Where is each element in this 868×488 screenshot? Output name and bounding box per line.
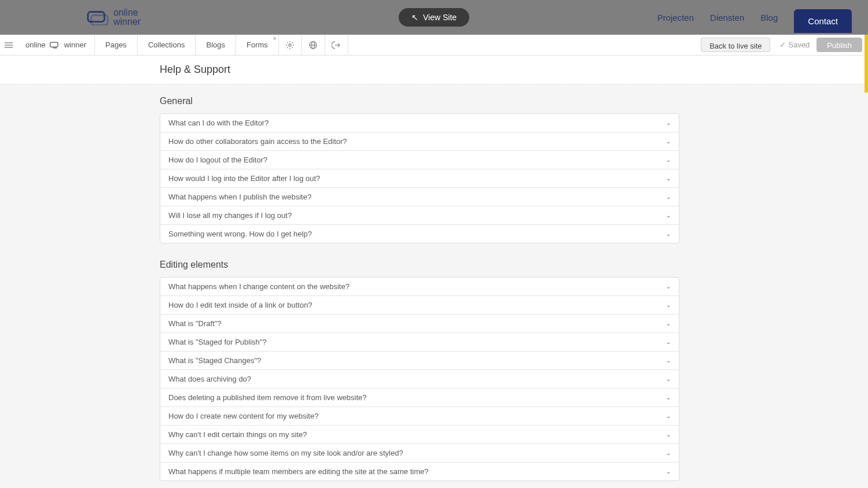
back-to-live-button[interactable]: Back to live site <box>701 38 770 52</box>
chevron-down-icon: ⌄ <box>666 212 671 219</box>
close-icon[interactable]: ✕ <box>273 36 277 42</box>
site-nav: Projecten Diensten Blog Contact <box>657 9 852 26</box>
faq-item[interactable]: What is "Draft"?⌄ <box>160 315 679 333</box>
faq-item[interactable]: How do I create new content for my websi… <box>160 407 679 426</box>
check-icon: ✓ <box>779 40 786 49</box>
chevron-down-icon: ⌄ <box>666 302 671 308</box>
view-site-button[interactable]: ↖ View Site <box>399 8 469 27</box>
faq-question: What happens when I change content on th… <box>168 282 350 291</box>
chevron-down-icon: ⌄ <box>666 468 671 475</box>
faq-item[interactable]: Something went wrong. How do I get help?… <box>160 225 679 243</box>
brand-label-1: online <box>25 40 46 49</box>
faq-question: What is "Staged for Publish"? <box>168 338 267 346</box>
faq-item[interactable]: What happens if multiple team members ar… <box>160 463 679 480</box>
cursor-icon: ↖ <box>411 13 418 22</box>
brand-mini-icon <box>49 41 61 49</box>
faq-item[interactable]: Will I lose all my changes if I log out?… <box>160 206 679 225</box>
faq-question: How would I log into the Editor after I … <box>168 174 320 183</box>
faq-item[interactable]: Why can't I edit certain things on my si… <box>160 426 679 444</box>
faq-question: Will I lose all my changes if I log out? <box>168 211 292 220</box>
faq-question: What happens if multiple team members ar… <box>168 467 428 476</box>
scrollbar-indicator[interactable] <box>865 35 868 93</box>
svg-rect-0 <box>88 12 105 22</box>
faq-question: Why can't I edit certain things on my si… <box>168 430 307 439</box>
logo-text-1: online <box>113 8 141 17</box>
tab-forms[interactable]: Forms ✕ <box>236 35 279 55</box>
svg-point-7 <box>289 44 291 46</box>
chevron-down-icon: ⌄ <box>666 320 671 327</box>
faq-question: Does deleting a published item remove it… <box>168 393 367 402</box>
section-editing-elements: Editing elements What happens when I cha… <box>160 260 679 481</box>
section-title: General <box>160 96 679 106</box>
underlying-site-header: online winner ↖ View Site Projecten Dien… <box>0 0 868 35</box>
faq-item[interactable]: What is "Staged Changes"?⌄ <box>160 352 679 370</box>
faq-question: What is "Staged Changes"? <box>168 356 261 365</box>
chevron-down-icon: ⌄ <box>666 376 671 382</box>
view-site-label: View Site <box>423 13 457 22</box>
nav-diensten[interactable]: Diensten <box>710 13 744 23</box>
chevron-down-icon: ⌄ <box>666 175 671 182</box>
brand-tab: online winner <box>17 35 95 55</box>
faq-item[interactable]: Why can't I change how some items on my … <box>160 444 679 463</box>
chevron-down-icon: ⌄ <box>666 138 671 145</box>
chevron-down-icon: ⌄ <box>666 413 671 419</box>
hamburger-icon[interactable] <box>0 35 17 55</box>
faq-item[interactable]: What is "Staged for Publish"?⌄ <box>160 333 679 352</box>
chevron-down-icon: ⌄ <box>666 394 671 401</box>
tab-pages[interactable]: Pages <box>95 35 138 55</box>
faq-question: What does archiving do? <box>168 375 251 383</box>
chevron-down-icon: ⌄ <box>666 194 671 200</box>
chevron-down-icon: ⌄ <box>666 339 671 345</box>
chevron-down-icon: ⌄ <box>666 431 671 438</box>
tab-collections[interactable]: Collections <box>138 35 196 55</box>
faq-item[interactable]: How do I edit text inside of a link or b… <box>160 296 679 315</box>
tab-forms-label: Forms <box>247 40 268 49</box>
faq-question: What happens when I publish the website? <box>168 193 311 201</box>
section-general: General What can I do with the Editor?⌄ … <box>160 96 679 243</box>
faq-question: How do I edit text inside of a link or b… <box>168 301 312 309</box>
logout-icon[interactable] <box>325 35 348 55</box>
content-area: General What can I do with the Editor?⌄ … <box>0 84 868 488</box>
faq-item[interactable]: How do I logout of the Editor?⌄ <box>160 151 679 169</box>
faq-item[interactable]: What does archiving do?⌄ <box>160 370 679 389</box>
svg-rect-5 <box>50 42 57 47</box>
publish-button[interactable]: Publish <box>816 38 862 52</box>
chevron-down-icon: ⌄ <box>666 231 671 237</box>
faq-item[interactable]: Does deleting a published item remove it… <box>160 389 679 407</box>
faq-question: What can I do with the Editor? <box>168 119 269 127</box>
faq-question: What is "Draft"? <box>168 319 222 328</box>
title-bar: Help & Support <box>0 56 868 84</box>
chevron-down-icon: ⌄ <box>666 157 671 163</box>
faq-question: Why can't I change how some items on my … <box>168 449 403 457</box>
page-title: Help & Support <box>160 64 681 76</box>
faq-question: How do I logout of the Editor? <box>168 156 267 164</box>
saved-status: ✓ Saved <box>775 35 814 55</box>
faq-question: How do I create new content for my websi… <box>168 412 318 420</box>
accordion-general: What can I do with the Editor?⌄ How do o… <box>160 113 679 243</box>
settings-icon[interactable] <box>279 35 302 55</box>
logo-text-2: winner <box>113 17 141 27</box>
site-logo: online winner <box>87 8 141 27</box>
saved-label: Saved <box>788 40 810 49</box>
brand-label-2: winner <box>64 40 86 49</box>
chevron-down-icon: ⌄ <box>666 283 671 290</box>
faq-item[interactable]: What happens when I publish the website?… <box>160 188 679 206</box>
faq-item[interactable]: What happens when I change content on th… <box>160 278 679 296</box>
faq-item[interactable]: What can I do with the Editor?⌄ <box>160 114 679 132</box>
nav-blog[interactable]: Blog <box>760 13 778 23</box>
faq-item[interactable]: How do other collaborators gain access t… <box>160 132 679 151</box>
globe-icon[interactable] <box>302 35 325 55</box>
faq-item[interactable]: How would I log into the Editor after I … <box>160 169 679 188</box>
editor-toolbar: online winner Pages Collections Blogs Fo… <box>0 35 868 56</box>
accordion-editing: What happens when I change content on th… <box>160 277 679 481</box>
chevron-down-icon: ⌄ <box>666 357 671 364</box>
chevron-down-icon: ⌄ <box>666 450 671 456</box>
faq-question: Something went wrong. How do I get help? <box>168 230 312 238</box>
tab-blogs[interactable]: Blogs <box>196 35 236 55</box>
nav-projecten[interactable]: Projecten <box>657 13 694 23</box>
faq-question: How do other collaborators gain access t… <box>168 137 347 146</box>
chevron-down-icon: ⌄ <box>666 120 671 126</box>
logo-icon <box>87 9 109 25</box>
nav-contact-button[interactable]: Contact <box>794 9 852 33</box>
section-title: Editing elements <box>160 260 679 270</box>
